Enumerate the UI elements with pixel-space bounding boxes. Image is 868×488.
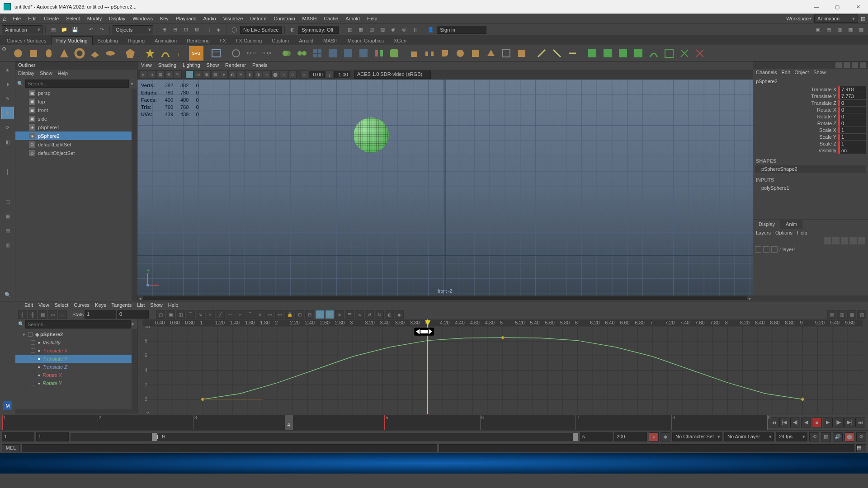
step-back-key-button[interactable]: |◀ [779, 418, 789, 427]
shelf-tab-rendering[interactable]: Rendering [182, 36, 215, 45]
cache-icon[interactable]: ⬤ [844, 432, 854, 441]
vt-shadows-icon[interactable]: ◗ [245, 70, 254, 79]
step-back-button[interactable]: ◀| [790, 418, 800, 427]
timeline-keyframe[interactable] [384, 415, 385, 430]
uv2-icon[interactable] [677, 46, 692, 61]
outliner-item[interactable]: ▣persp [15, 89, 137, 97]
snap-curve-icon[interactable]: ⊟ [170, 25, 180, 35]
ge-bake-icon[interactable]: ◆ [395, 310, 404, 319]
vp-menu-view[interactable]: View [141, 62, 152, 69]
timeline-keyframe[interactable] [2, 415, 3, 430]
poly-torus-icon[interactable] [72, 46, 87, 61]
ge-retime-icon[interactable]: ↔ [58, 310, 67, 319]
vt-exposure-icon[interactable]: ☼ [300, 70, 308, 79]
viewport-hscroll[interactable]: ◂ ▸ [137, 296, 753, 301]
snap-live-icon[interactable]: ◈ [213, 25, 223, 35]
paint-select-tool[interactable]: ✎ [1, 92, 14, 105]
workspace-gear-icon[interactable]: ▥ [861, 16, 865, 22]
menu-create[interactable]: Create [40, 15, 62, 22]
cb-tab4-icon[interactable] [860, 62, 866, 68]
bool2-icon[interactable] [468, 46, 483, 61]
account-icon[interactable]: 👤 [426, 25, 436, 35]
range-track[interactable]: | 9 [71, 433, 578, 441]
ge-ghost-icon[interactable]: ◐ [385, 310, 394, 319]
channel-attr[interactable]: Scale X1 [755, 127, 866, 133]
render-icon[interactable]: ▧ [367, 25, 377, 35]
type-icon[interactable]: T [174, 46, 188, 61]
channel-attr-value[interactable]: 0 [838, 100, 866, 106]
grid-fill-icon[interactable] [310, 46, 325, 61]
channel-attr-value[interactable]: 1 [838, 141, 866, 147]
shelf-tab-mash[interactable]: MASH [318, 36, 343, 45]
content-browser-icon[interactable] [209, 46, 223, 61]
ge-hscroll[interactable] [15, 409, 137, 414]
channel-attr-value[interactable]: on [838, 147, 866, 154]
quad-draw-icon[interactable] [585, 46, 599, 61]
signin-field[interactable]: Sign in [437, 26, 486, 34]
outliner-item[interactable]: ▣top [15, 97, 137, 106]
vt-ao-icon[interactable]: ◑ [254, 70, 262, 79]
ge-search-input[interactable] [25, 320, 131, 328]
command-input[interactable] [22, 444, 437, 452]
ge-stats-value[interactable]: 0 [117, 310, 149, 319]
bridge-icon[interactable] [422, 46, 437, 61]
channel-attr-value[interactable]: 1 [838, 134, 866, 140]
ge-channel-box[interactable] [31, 357, 35, 361]
vt-motion-icon[interactable]: ≈ [263, 70, 271, 79]
vp-menu-shading[interactable]: Shading [158, 62, 176, 69]
cb-menu-channels[interactable]: Channels [756, 70, 777, 77]
shelf-tab-fxcaching[interactable]: FX Caching [231, 36, 267, 45]
ge-graph-area[interactable]: 1086420-20.400.600.8011.201.401.601.8022… [137, 319, 868, 414]
ge-menu-help[interactable]: Help [168, 302, 179, 309]
cb-object-name[interactable]: pSphere2 [753, 78, 868, 85]
scale-tool[interactable]: ◧ [1, 136, 14, 148]
menu-select[interactable]: Select [62, 15, 84, 22]
layer-menu-options[interactable]: Options [775, 230, 793, 235]
snap-grid-icon[interactable]: ⊞ [159, 25, 169, 35]
character-set-combo[interactable]: No Character Set [672, 432, 722, 441]
soft-select-icon[interactable] [229, 46, 243, 61]
bool4-icon[interactable] [499, 46, 514, 61]
layer-name[interactable]: layer1 [783, 247, 796, 252]
bevel-icon[interactable] [438, 46, 452, 61]
ge-channel-row[interactable]: ■Translate X [15, 347, 137, 355]
layout-outliner-icon[interactable]: ▥ [1, 239, 14, 251]
cb-input-name[interactable]: polySphere1 [755, 184, 866, 192]
pivot2-icon[interactable]: 0,0,0 [259, 46, 274, 61]
outliner-menu-display[interactable]: Display [18, 70, 34, 78]
selection-mask-combo[interactable]: Objects [113, 25, 153, 34]
range-end-field[interactable]: 200 [614, 432, 647, 441]
panel-icon-4[interactable]: ▦ [845, 25, 855, 35]
mirror-icon[interactable] [372, 46, 386, 61]
bool5-icon[interactable] [514, 46, 529, 61]
cb-tab2-icon[interactable] [844, 62, 850, 68]
play-back-button[interactable]: ◀ [801, 418, 811, 427]
cb-tab3-icon[interactable] [852, 62, 858, 68]
ge-break-icon[interactable]: ✕ [255, 310, 264, 319]
light-icon[interactable]: ◎ [399, 25, 409, 35]
shelf-gear-icon[interactable]: ⚙ [2, 46, 10, 61]
panel-icon-5[interactable]: ▧ [856, 25, 866, 35]
vt-bookmark-icon[interactable]: ◂ [148, 70, 156, 79]
layer-tab-display[interactable]: Display [753, 220, 780, 229]
ge-swap-icon[interactable]: ⇄ [325, 310, 334, 319]
platonic-icon[interactable] [123, 46, 137, 61]
cb-shape-name[interactable]: pSphereShape2 [755, 165, 866, 173]
menu-modify[interactable]: Modify [84, 15, 105, 22]
outliner-item[interactable]: ⊙defaultObjectSet [15, 149, 137, 157]
pivot-icon[interactable]: 0,0,0 [244, 46, 259, 61]
menu-deform[interactable]: Deform [246, 15, 270, 22]
crease-icon[interactable] [646, 46, 661, 61]
play-forward-button[interactable]: ▶ [823, 418, 833, 427]
poly-sphere-icon[interactable] [11, 46, 25, 61]
ge-menu-select[interactable]: Select [55, 302, 69, 309]
ge-stack-icon[interactable]: ☰ [345, 310, 354, 319]
ge-menu-tangents[interactable]: Tangents [112, 302, 132, 309]
retopo-icon[interactable] [631, 46, 646, 61]
channel-attr-value[interactable]: 7.773 [838, 93, 866, 99]
vt-textured-icon[interactable]: ◐ [228, 70, 236, 79]
menu-cache[interactable]: Cache [320, 15, 342, 22]
vt-safe-icon[interactable]: ▣ [203, 70, 211, 79]
cb-bottom-scroll[interactable] [753, 296, 868, 301]
menu-visualize[interactable]: Visualize [220, 15, 247, 22]
